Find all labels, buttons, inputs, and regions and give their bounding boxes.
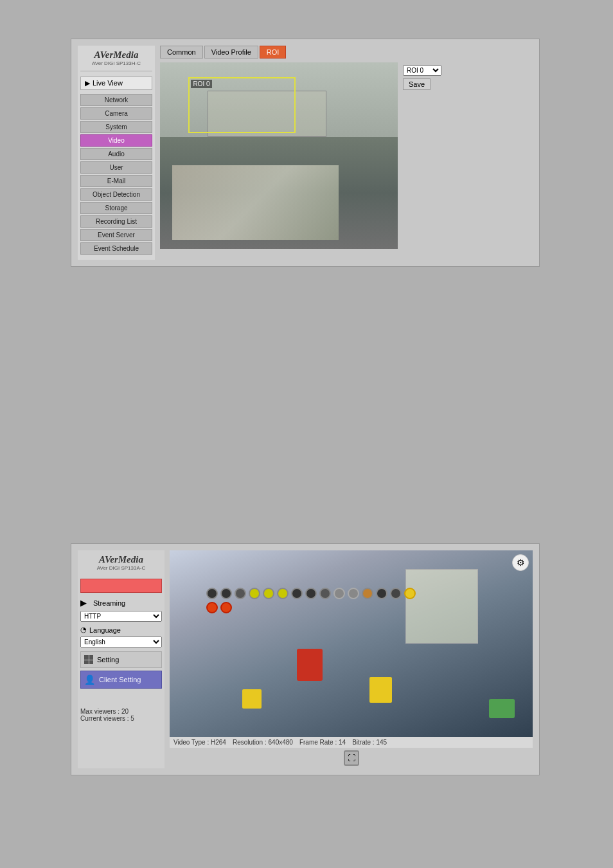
setting-icon-area: Setting xyxy=(84,655,158,664)
bottom-sidebar: AVerMedia AVer DIGI SP133A-C ▶ Streaming… xyxy=(78,550,164,768)
tabs-bar: Common Video Profile ROI xyxy=(160,46,533,59)
setting-label: Setting xyxy=(97,656,119,664)
tab-roi[interactable]: ROI xyxy=(260,46,287,59)
toy-yellow2 xyxy=(369,677,392,703)
nav-item-video[interactable]: Video xyxy=(80,134,152,147)
fullscreen-icon: ⛶ xyxy=(348,754,355,763)
nav-item-event-schedule[interactable]: Event Schedule xyxy=(80,242,152,255)
top-main-content: Common Video Profile ROI ROI 0 xyxy=(160,46,533,260)
toy-green xyxy=(489,699,515,718)
roi-controls: ROI 0 ROI 1 ROI 2 ROI 3 Save xyxy=(403,62,441,249)
camera-room-view: ⚙ xyxy=(170,550,533,737)
nav-item-recording-list[interactable]: Recording List xyxy=(80,215,152,228)
bottom-brand-logo: AVerMedia xyxy=(80,554,162,565)
nav-item-storage[interactable]: Storage xyxy=(80,202,152,214)
nav-item-audio[interactable]: Audio xyxy=(80,148,152,160)
roi-area: ROI 0 ROI 0 ROI 1 ROI 2 ROI 3 Save xyxy=(160,62,533,249)
max-viewers-text: Max viewers : 20 xyxy=(80,708,162,715)
bottom-panel: AVerMedia AVer DIGI SP133A-C ▶ Streaming… xyxy=(71,543,540,775)
nav-item-system[interactable]: System xyxy=(80,121,152,133)
nav-item-event-server[interactable]: Event Server xyxy=(80,229,152,241)
bottom-logo-area: AVerMedia AVer DIGI SP133A-C xyxy=(80,554,162,574)
bottom-model-text: AVer DIGI SP133A-C xyxy=(80,565,162,572)
client-setting-icon-area: 👤 Client Setting xyxy=(84,674,158,685)
streaming-protocol-dropdown[interactable]: HTTP RTSP RTMP xyxy=(80,611,162,622)
sidebar-footer: Max viewers : 20 Current viewers : 5 xyxy=(80,708,162,722)
tab-video-profile[interactable]: Video Profile xyxy=(204,46,258,59)
setting-grid-icon xyxy=(84,655,93,664)
nav-item-camera[interactable]: Camera xyxy=(80,107,152,120)
language-row: ◔ Language xyxy=(80,626,162,634)
brand-logo: AVerMedia xyxy=(80,50,152,60)
client-setting-label: Client Setting xyxy=(99,676,141,683)
roi-select-dropdown[interactable]: ROI 0 ROI 1 ROI 2 ROI 3 xyxy=(403,65,441,76)
bottom-video-area: ⚙ ©Pixims, PianoGraphics? Video Type : H… xyxy=(170,550,533,768)
frame-rate-text: Frame Rate : 14 xyxy=(299,739,346,746)
camera-icon: ▶ xyxy=(85,79,90,87)
live-view-button[interactable]: ▶ Live View xyxy=(80,77,152,90)
roi-save-button[interactable]: Save xyxy=(403,78,431,90)
top-sidebar: AVerMedia AVer DIGI SP133H-C ▶ Live View… xyxy=(78,46,155,260)
video-info-bar: Video Type : H264 Resolution : 640x480 F… xyxy=(170,737,533,748)
top-panel: AVerMedia AVer DIGI SP133H-C ▶ Live View… xyxy=(71,39,540,267)
language-dropdown[interactable]: English Chinese Japanese xyxy=(80,637,162,647)
bitrate-text: Bitrate : 145 xyxy=(352,739,387,746)
nav-item-user[interactable]: User xyxy=(80,161,152,174)
toy-yellow-chair xyxy=(242,689,262,709)
fullscreen-area: ⛶ xyxy=(170,748,533,768)
streaming-icon: ▶ xyxy=(80,598,91,608)
streaming-row: ▶ Streaming xyxy=(80,598,162,608)
model-text: AVer DIGI SP133H-C xyxy=(80,60,152,67)
live-view-label: Live View xyxy=(93,79,123,87)
toy-red xyxy=(297,649,323,681)
streaming-label: Streaming xyxy=(93,599,125,607)
client-setting-box[interactable]: 👤 Client Setting xyxy=(80,671,162,689)
search-input-box[interactable] xyxy=(80,579,162,593)
nav-item-network[interactable]: Network xyxy=(80,94,152,106)
fullscreen-button[interactable]: ⛶ xyxy=(344,750,359,766)
roi-video-frame: ROI 0 xyxy=(160,62,398,249)
camera-settings-icon[interactable]: ⚙ xyxy=(512,554,529,571)
video-type-text: Video Type : H264 xyxy=(173,739,226,746)
setting-box[interactable]: Setting xyxy=(80,651,162,668)
roi-box-label: ROI 0 xyxy=(191,80,211,88)
language-icon: ◔ xyxy=(80,626,87,634)
resolution-text: Resolution : 640x480 xyxy=(233,739,293,746)
bottom-video-frame: ⚙ ©Pixims, PianoGraphics? xyxy=(170,550,533,737)
ceiling-video: ROI 0 xyxy=(160,62,398,249)
language-label: Language xyxy=(89,626,121,634)
current-viewers-text: Current viewers : 5 xyxy=(80,715,162,722)
nav-item-object-detection[interactable]: Object Detection xyxy=(80,188,152,201)
tab-common[interactable]: Common xyxy=(160,46,203,59)
roi-selection-box: ROI 0 xyxy=(188,77,296,133)
top-logo-area: AVerMedia AVer DIGI SP133H-C xyxy=(80,50,152,71)
person-icon: 👤 xyxy=(84,674,95,685)
nav-item-email[interactable]: E-Mail xyxy=(80,175,152,187)
